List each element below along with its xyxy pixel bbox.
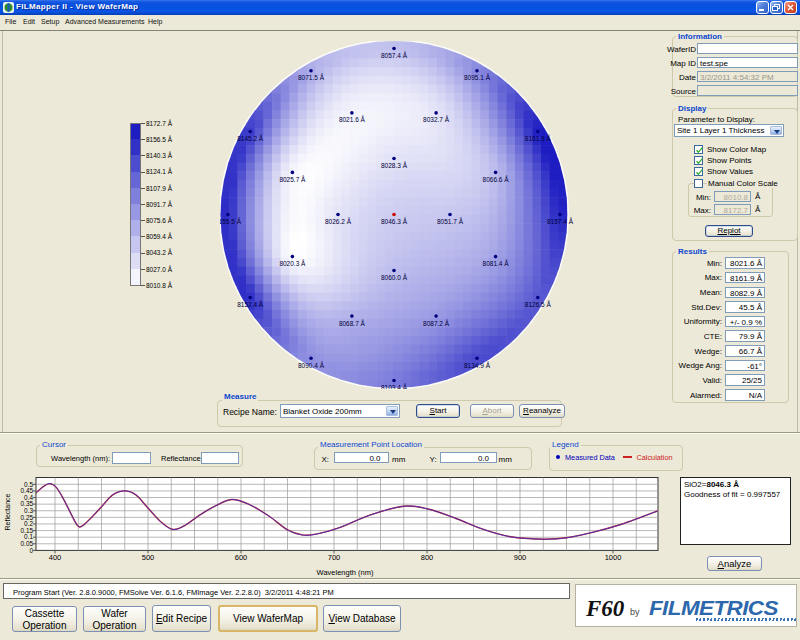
svg-text:Reflectance: Reflectance <box>4 493 11 530</box>
svg-text:700: 700 <box>328 553 341 562</box>
svg-text:8071.5 Å: 8071.5 Å <box>298 73 325 81</box>
svg-text:900: 900 <box>514 553 527 562</box>
svg-text:800: 800 <box>421 553 434 562</box>
svg-text:8057.4 Å: 8057.4 Å <box>381 51 408 59</box>
svg-text:400: 400 <box>49 553 62 562</box>
svg-text:0: 0 <box>29 547 33 554</box>
svg-text:8025.7 Å: 8025.7 Å <box>279 175 306 183</box>
svg-text:500: 500 <box>142 553 155 562</box>
svg-text:8020.3 Å: 8020.3 Å <box>279 259 306 267</box>
svg-text:8060.0 Å: 8060.0 Å <box>381 273 408 281</box>
svg-text:8134.9 Å: 8134.9 Å <box>464 361 491 369</box>
svg-text:8152.4 Å: 8152.4 Å <box>237 300 264 308</box>
svg-text:8155.5 Å: 8155.5 Å <box>220 217 242 225</box>
svg-text:8090.4 Å: 8090.4 Å <box>298 361 325 369</box>
svg-text:8087.2 Å: 8087.2 Å <box>423 319 450 327</box>
svg-text:600: 600 <box>235 553 248 562</box>
svg-text:8126.5 Å: 8126.5 Å <box>525 300 552 308</box>
svg-text:8066.6 Å: 8066.6 Å <box>483 175 510 183</box>
svg-text:8103.4 Å: 8103.4 Å <box>381 383 408 391</box>
svg-text:1000: 1000 <box>605 553 622 562</box>
svg-text:8028.3 Å: 8028.3 Å <box>381 161 408 169</box>
svg-text:8145.2 Å: 8145.2 Å <box>237 134 264 142</box>
svg-text:8157.4 Å: 8157.4 Å <box>547 217 574 225</box>
svg-text:8026.2 Å: 8026.2 Å <box>325 217 352 225</box>
svg-text:8081.4 Å: 8081.4 Å <box>483 259 510 267</box>
svg-text:Wavelength (nm): Wavelength (nm) <box>317 568 374 577</box>
svg-text:8051.7 Å: 8051.7 Å <box>437 217 464 225</box>
svg-text:8021.6 Å: 8021.6 Å <box>339 115 366 123</box>
svg-text:8046.3 Å: 8046.3 Å <box>381 217 408 225</box>
svg-text:8068.7 Å: 8068.7 Å <box>339 319 366 327</box>
svg-text:8032.7 Å: 8032.7 Å <box>423 115 450 123</box>
svg-text:8095.1 Å: 8095.1 Å <box>464 73 491 81</box>
svg-text:8161.9 Å: 8161.9 Å <box>525 134 552 142</box>
